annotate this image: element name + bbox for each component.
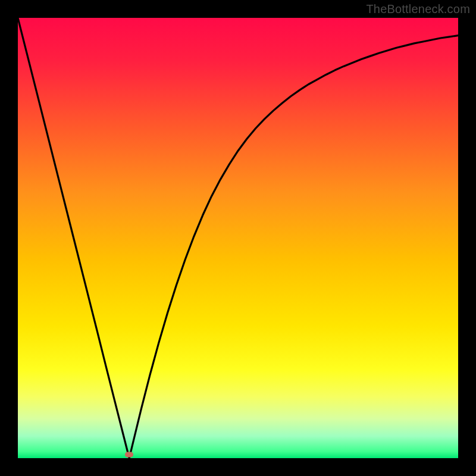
outer-frame: TheBottleneck.com	[0, 0, 476, 476]
watermark-text: TheBottleneck.com	[366, 2, 470, 16]
minimum-marker	[125, 452, 133, 458]
plot-area	[18, 18, 458, 458]
bottleneck-curve	[18, 18, 458, 458]
